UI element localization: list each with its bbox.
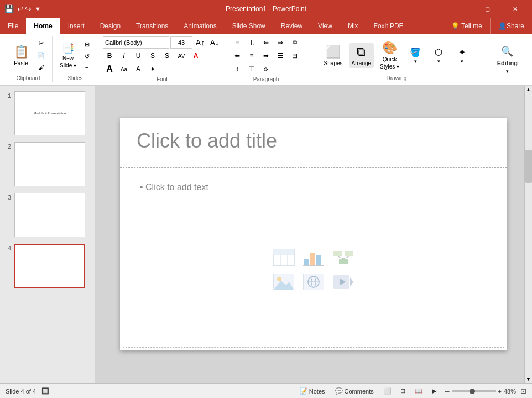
convert-smartart-button[interactable]: ⟳ [259,63,273,75]
insert-picture-icon[interactable] [272,272,296,292]
save-icon[interactable]: 💾 [4,4,14,13]
customize-qat-icon[interactable]: ▼ [35,6,41,12]
accessibility-icon[interactable]: 🔲 [41,387,49,395]
zoom-percent[interactable]: 48% [504,388,516,395]
svg-rect-9 [333,251,342,256]
share-button[interactable]: 👤 Share [490,18,532,34]
font-case-button[interactable]: Aa [117,63,131,75]
slide-thumb-4[interactable]: 4 [2,243,92,289]
copy-button[interactable]: 📄 [34,50,48,61]
tab-mix[interactable]: Mix [340,18,366,34]
slide-thumb-2[interactable]: 2 [2,141,92,187]
minimize-button[interactable]: ─ [447,0,472,18]
arrange-button[interactable]: ⧉ Arrange [349,43,374,68]
zoom-in-button[interactable]: + [498,388,502,395]
slide-thumb-3[interactable]: 3 [2,192,92,238]
scroll-thumb[interactable] [525,150,532,183]
smart-art-button[interactable]: ⧉ [288,36,301,49]
shape-effects-label: ▾ [461,59,463,64]
insert-video-icon[interactable] [331,272,356,292]
tab-slideshow[interactable]: Slide Show [225,18,273,34]
scroll-up-button[interactable]: ▲ [525,86,533,93]
slide-title-area[interactable]: Click to add title [120,118,507,168]
columns-button[interactable]: ⊟ [288,50,301,62]
align-text-button[interactable]: ⊤ [245,63,258,75]
cut-button[interactable]: ✂ [34,38,48,49]
editing-dropdown-icon[interactable]: ▾ [506,69,509,74]
fit-window-button[interactable]: ⊡ [520,387,526,395]
shape-effects-icon: ✦ [458,47,466,57]
slideshow-view-button[interactable]: ▶ [427,385,441,397]
shape-effects-button[interactable]: ✦ ▾ [452,45,472,66]
insert-smartart-icon[interactable] [331,248,356,268]
layout-button[interactable]: ⊞ [80,39,93,50]
decrease-indent-button[interactable]: ⇐ [259,36,273,49]
zoom-out-button[interactable]: ─ [445,388,450,395]
slide-thumb-1[interactable]: 1 Module 4 Presentation [2,90,92,137]
ribbon-group-clipboard: 📋 Paste ✂ 📄 🖌 Clipboard [4,36,53,82]
font-size-down-button[interactable]: A [132,63,145,75]
underline-button[interactable]: U [132,50,145,62]
bold-button[interactable]: B [103,50,116,62]
shape-fill-icon: 🪣 [410,47,421,57]
tab-animations[interactable]: Animations [176,18,224,34]
insert-chart-icon[interactable] [301,248,326,268]
numbering-button[interactable]: ⒈ [245,36,258,49]
italic-button[interactable]: I [117,50,131,62]
shape-outline-button[interactable]: ⬡ ▾ [429,45,448,66]
vertical-scrollbar[interactable]: ▲ ▼ [524,86,532,383]
char-spacing-button[interactable]: AV [175,50,188,62]
slide-content-area[interactable]: • Click to add text [123,171,504,348]
font-color-button[interactable]: A [189,50,202,62]
reset-button[interactable]: ↺ [80,51,93,62]
close-button[interactable]: ✕ [502,0,528,18]
slide-sorter-button[interactable]: ⊞ [397,385,410,397]
shadow-button[interactable]: S [160,50,174,62]
decrease-font-button[interactable]: A↓ [208,36,221,49]
tab-home[interactable]: Home [26,18,60,34]
tab-tellme[interactable]: 💡 Tell me [444,18,490,34]
maximize-button[interactable]: ◻ [474,0,500,18]
redo-button[interactable]: ↪ [25,4,32,13]
shape-fill-button[interactable]: 🪣 ▾ [405,45,425,66]
increase-indent-button[interactable]: ⇒ [274,36,287,49]
zoom-thumb [470,389,475,394]
tab-file[interactable]: File [0,18,26,34]
text-direction-button[interactable]: ↕ [231,63,244,75]
font-name-input[interactable] [103,36,169,49]
strikethrough-button[interactable]: S [146,50,159,62]
scroll-down-button[interactable]: ▼ [525,375,533,383]
tab-view[interactable]: View [310,18,340,34]
tab-design[interactable]: Design [92,18,128,34]
notes-button[interactable]: 📝 Notes [297,386,328,396]
ribbon: File Home Insert Design Transitions Anim… [0,18,532,86]
quick-styles-button[interactable]: 🎨 Quick Styles ▾ [377,39,402,71]
section-button[interactable]: ≡ [80,63,93,74]
bullets-button[interactable]: ≡ [231,36,244,49]
shapes-button[interactable]: ⬜ Shapes [321,43,346,68]
tab-insert[interactable]: Insert [60,18,92,34]
tab-review[interactable]: Review [273,18,310,34]
comments-button[interactable]: 💬 Comments [332,386,377,396]
new-slide-button[interactable]: 📑 New Slide ▾ [57,40,79,70]
font-size-up-button[interactable]: A [103,63,116,75]
format-painter-button[interactable]: 🖌 [34,62,48,73]
left-align-button[interactable]: ⬅ [231,50,244,62]
tab-transitions[interactable]: Transitions [128,18,176,34]
insert-table-icon[interactable] [272,248,296,268]
justify-button[interactable]: ☰ [274,50,287,62]
slide-thumbnail-4 [14,244,85,288]
tab-foxitpdf[interactable]: Foxit PDF [366,18,411,34]
undo-button[interactable]: ↩ [17,4,24,13]
paste-button[interactable]: 📋 Paste [9,43,33,68]
insert-online-picture-icon[interactable] [301,272,326,292]
normal-view-button[interactable]: ⬜ [381,385,394,397]
right-align-button[interactable]: ➡ [259,50,273,62]
increase-font-button[interactable]: A↑ [194,36,207,49]
arrange-icon: ⧉ [357,45,366,59]
clear-formatting-button[interactable]: ✦ [146,63,159,75]
font-size-input[interactable] [170,36,192,49]
zoom-slider[interactable] [452,390,496,392]
reading-view-button[interactable]: 📖 [412,385,425,397]
center-align-button[interactable]: ≡ [245,50,258,62]
